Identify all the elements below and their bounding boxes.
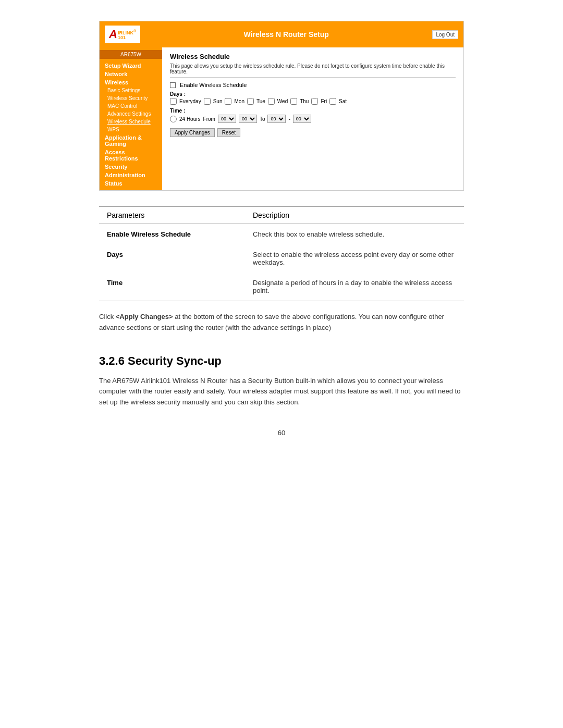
24hours-label: 24 Hours <box>179 116 201 122</box>
days-label: Days : <box>170 91 456 97</box>
everyday-option[interactable]: Everyday <box>170 98 201 105</box>
page-description: This page allows you setup the wireless … <box>170 63 456 78</box>
reset-button[interactable]: Reset <box>217 128 240 137</box>
table-row: Enable Wireless Schedule Check this box … <box>99 224 464 245</box>
sidebar-model: AR675W <box>100 50 162 59</box>
sidebar-item-administration[interactable]: Administration <box>100 171 162 179</box>
sidebar-item-security[interactable]: Security <box>100 163 162 171</box>
mon-option[interactable]: Mon <box>225 98 244 105</box>
thu-option[interactable]: Thu <box>290 98 309 105</box>
tue-option[interactable]: Tue <box>247 98 265 105</box>
header-title: Wireless N Router Setup <box>140 30 432 39</box>
button-row: Apply Changes Reset <box>170 128 456 137</box>
mon-label: Mon <box>234 98 244 104</box>
from-min-select[interactable]: 00 <box>239 115 257 123</box>
section-heading: 3.2.6 Security Sync-up <box>99 354 464 368</box>
sidebar-item-mac-control[interactable]: MAC Control <box>100 102 162 110</box>
router-ui-screenshot: A IRLINK® 101 Wireless N Router Setup Lo… <box>99 21 464 191</box>
fri-option[interactable]: Fri <box>311 98 327 105</box>
param-name-enable: Enable Wireless Schedule <box>99 224 245 245</box>
param-desc-time: Designate a period of hours in a day to … <box>245 273 464 301</box>
sat-option[interactable]: Sat <box>329 98 347 105</box>
enable-wireless-schedule-label: Enable Wireless Schedule <box>180 82 247 88</box>
sun-label: Sun <box>213 98 223 104</box>
everyday-label: Everyday <box>179 98 201 104</box>
24hours-radio[interactable] <box>170 116 177 122</box>
table-row: Time Designate a period of hours in a da… <box>99 273 464 301</box>
time-label: Time : <box>170 108 456 114</box>
footer-note: Click <Apply Changes> at the bottom of t… <box>99 312 464 334</box>
sidebar-item-status[interactable]: Status <box>100 179 162 188</box>
param-desc-enable: Check this box to enable wireless schedu… <box>245 224 464 245</box>
sidebar-item-wireless[interactable]: Wireless <box>100 78 162 87</box>
fri-label: Fri <box>321 98 327 104</box>
wed-label: Wed <box>277 98 288 104</box>
main-content-area: Wireless Schedule This page allows you s… <box>162 47 463 190</box>
param-name-time: Time <box>99 273 245 301</box>
enable-wireless-schedule-checkbox[interactable] <box>170 82 176 88</box>
router-body: AR675W Setup Wizard Network Wireless Bas… <box>100 47 463 190</box>
sun-option[interactable]: Sun <box>204 98 223 105</box>
sidebar-item-setup-wizard[interactable]: Setup Wizard <box>100 61 162 70</box>
param-desc-days: Select to enable the wireless access poi… <box>245 244 464 273</box>
router-logo: A IRLINK® 101 <box>105 26 140 43</box>
sidebar-item-wps[interactable]: WPS <box>100 126 162 133</box>
thu-label: Thu <box>300 98 309 104</box>
to-label: To <box>260 116 265 122</box>
sidebar-item-access-restrictions[interactable]: Access Restrictions <box>100 148 162 163</box>
days-checkboxes: Everyday Sun Mon Tue Wed Thu Fri Sat <box>170 98 456 105</box>
logo-irlink: IRLINK® <box>118 29 136 35</box>
parameters-table: Parameters Description Enable Wireless S… <box>99 206 464 301</box>
time-controls: 24 Hours From 00 00 To 00 - <box>170 115 456 123</box>
from-hour-select[interactable]: 00 <box>218 115 236 123</box>
sidebar-item-network[interactable]: Network <box>100 70 162 78</box>
logo-101: 101 <box>118 35 136 40</box>
section-description: The AR675W Airlink101 Wireless N Router … <box>99 376 464 408</box>
enable-checkbox-row: Enable Wireless Schedule <box>170 82 456 88</box>
page-number: 60 <box>31 429 532 437</box>
to-min-select[interactable]: 00 <box>293 115 311 123</box>
sidebar-item-basic-settings[interactable]: Basic Settings <box>100 87 162 94</box>
tue-label: Tue <box>256 98 265 104</box>
sat-label: Sat <box>339 98 347 104</box>
sidebar-item-wireless-schedule[interactable]: Wireless Schedule <box>100 118 162 126</box>
param-name-days: Days <box>99 244 245 273</box>
desc-col-header: Description <box>245 207 464 224</box>
router-header: A IRLINK® 101 Wireless N Router Setup Lo… <box>100 21 463 47</box>
logo-a-letter: A <box>109 28 117 41</box>
table-row: Days Select to enable the wireless acces… <box>99 244 464 273</box>
sidebar-item-advanced-settings[interactable]: Advanced Settings <box>100 110 162 118</box>
sidebar-item-app-gaming[interactable]: Application & Gaming <box>100 133 162 148</box>
apply-changes-button[interactable]: Apply Changes <box>170 128 215 137</box>
time-row-container: Time : 24 Hours From 00 00 To 00 <box>170 108 456 123</box>
days-row-container: Days : Everyday Sun Mon Tue Wed Thu Fri … <box>170 91 456 105</box>
wed-option[interactable]: Wed <box>268 98 288 105</box>
to-hour-select[interactable]: 00 <box>267 115 286 123</box>
sidebar-item-wireless-security[interactable]: Wireless Security <box>100 94 162 102</box>
page-title: Wireless Schedule <box>170 53 456 60</box>
logout-button[interactable]: Log Out <box>432 30 458 39</box>
param-col-header: Parameters <box>99 207 245 224</box>
from-label: From <box>203 116 215 122</box>
sidebar: AR675W Setup Wizard Network Wireless Bas… <box>100 47 162 190</box>
